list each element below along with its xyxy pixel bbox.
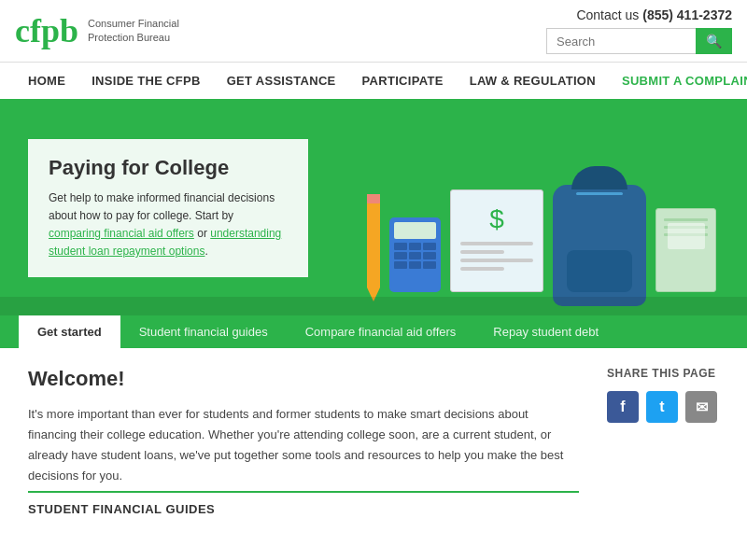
main-content: Welcome! It's more important than ever f… (28, 367, 579, 516)
twitter-share-icon[interactable]: t (646, 391, 678, 423)
search-input[interactable] (546, 28, 696, 54)
nav-participate[interactable]: PARTICIPATE (349, 63, 457, 99)
tab-repay-student-debt[interactable]: Repay student debt (474, 315, 617, 348)
doc-lines (460, 242, 533, 271)
calculator-illustration (389, 217, 441, 292)
compare-aid-link[interactable]: comparing financial aid offers (49, 227, 194, 240)
notebook-illustration (655, 208, 716, 292)
nav-get-assistance[interactable]: GET ASSISTANCE (214, 63, 349, 99)
contact-phone: (855) 411-2372 (642, 7, 732, 22)
pencil-illustration (367, 194, 380, 287)
cfpb-logo: cfpb (15, 14, 78, 48)
tabs-bar: Get started Student financial guides Com… (0, 315, 747, 348)
nav-home[interactable]: HOME (15, 63, 78, 99)
hero-title: Paying for College (49, 156, 288, 180)
dollar-sign: $ (460, 204, 533, 234)
share-title: SHARE THIS PAGE (607, 367, 719, 380)
share-sidebar: SHARE THIS PAGE f t ✉ (607, 367, 719, 516)
tab-student-financial-guides[interactable]: Student financial guides (120, 315, 287, 348)
nav-submit-complaint[interactable]: SUBMIT A COMPLAINT (609, 63, 747, 99)
logo-area: cfpb Consumer Financial Protection Burea… (15, 14, 179, 48)
student-guides-heading: STUDENT FINANCIAL GUIDES (28, 491, 579, 516)
search-bar[interactable]: 🔍 (546, 28, 732, 54)
search-button[interactable]: 🔍 (696, 28, 732, 54)
tab-get-started[interactable]: Get started (19, 315, 120, 348)
nav-inside-cfpb[interactable]: INSIDE THE CFPB (78, 63, 213, 99)
main-nav: HOME INSIDE THE CFPB GET ASSISTANCE PART… (0, 63, 747, 101)
document-illustration: $ (450, 189, 543, 292)
hero-description: Get help to make informed financial deci… (49, 189, 288, 261)
backpack-zip (576, 192, 623, 195)
content-area: Welcome! It's more important than ever f… (0, 348, 747, 535)
welcome-title: Welcome! (28, 367, 579, 391)
top-bar: cfpb Consumer Financial Protection Burea… (0, 0, 747, 63)
calc-screen (394, 222, 436, 239)
tab-compare-financial-aid[interactable]: Compare financial aid offers (287, 315, 475, 348)
nav-law-regulation[interactable]: LAW & REGULATION (457, 63, 609, 99)
welcome-text: It's more important than ever for studen… (28, 404, 579, 486)
hero-banner: Paying for College Get help to make info… (0, 101, 747, 315)
hero-illustration: $ (355, 110, 728, 315)
backpack-illustration (553, 185, 646, 306)
hero-text-box: Paying for College Get help to make info… (28, 139, 308, 278)
email-share-icon[interactable]: ✉ (685, 391, 717, 423)
notebook-rect (668, 223, 705, 249)
contact-area: Contact us (855) 411-2372 🔍 (546, 7, 732, 54)
calc-buttons (394, 243, 436, 269)
facebook-share-icon[interactable]: f (607, 391, 639, 423)
agency-name: Consumer Financial Protection Bureau (88, 17, 179, 46)
backpack-pocket (567, 250, 632, 292)
share-icons: f t ✉ (607, 391, 719, 423)
contact-info: Contact us (855) 411-2372 (576, 7, 732, 22)
